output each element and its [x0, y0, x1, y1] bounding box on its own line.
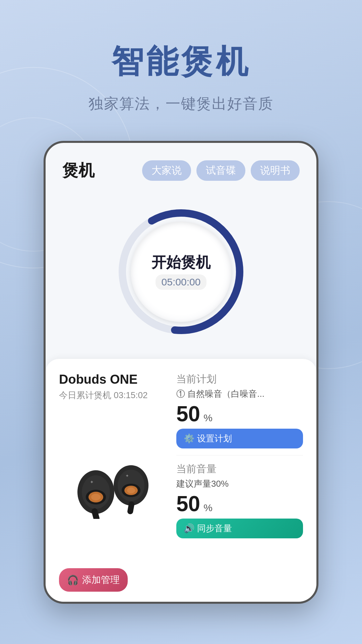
speaker-icon: 🔊	[184, 523, 194, 534]
svg-point-4	[91, 494, 101, 500]
sync-label: 同步音量	[197, 523, 232, 534]
circle-progress-area[interactable]: 开始煲机 05:00:00	[46, 188, 316, 352]
gear-icon: ⚙️	[184, 433, 194, 444]
circle-container[interactable]: 开始煲机 05:00:00	[111, 201, 251, 342]
svg-text:✦: ✦	[125, 473, 129, 478]
bottom-card: Dobuds ONE 今日累计煲机 03:15:02	[46, 359, 316, 602]
add-manage-label: 添加管理	[82, 574, 120, 586]
set-plan-button[interactable]: ⚙️ 设置计划	[176, 429, 303, 448]
volume-section-title: 当前音量	[176, 462, 303, 476]
volume-percentage-row: 50 %	[176, 493, 303, 515]
header-tags: 大家说 试音碟 说明书	[142, 160, 300, 181]
device-name: Dobuds ONE	[59, 372, 166, 387]
tag-shuo-ming-shu[interactable]: 说明书	[251, 160, 300, 181]
circle-start-text: 开始煲机	[152, 254, 210, 271]
earbuds-image: ✦ ✦	[69, 452, 156, 519]
plan-percent-sign: %	[203, 412, 213, 424]
card-row: Dobuds ONE 今日累计煲机 03:15:02	[59, 372, 303, 592]
volume-percent-sign: %	[203, 502, 213, 514]
volume-sub-label: 建议声量30%	[176, 478, 303, 490]
device-panel: Dobuds ONE 今日累计煲机 03:15:02	[59, 372, 166, 592]
circle-inner[interactable]: 开始煲机 05:00:00	[131, 221, 231, 322]
svg-text:✦: ✦	[90, 479, 94, 485]
current-plan-section: 当前计划 ① 自然噪音（白噪音... 50 % ⚙️ 设置计划	[176, 372, 303, 455]
sync-volume-button[interactable]: 🔊 同步音量	[176, 519, 303, 538]
plan-section-title: 当前计划	[176, 372, 303, 386]
phone-header: 煲机 大家说 试音碟 说明书	[46, 143, 316, 188]
phone-mockup: 煲机 大家说 试音碟 说明书 开始煲机 05:00:00	[44, 141, 318, 604]
volume-section: 当前音量 建议声量30% 50 % 🔊 同步音量	[176, 462, 303, 592]
phone-inner: 煲机 大家说 试音碟 说明书 开始煲机 05:00:00	[46, 143, 316, 602]
device-stats: 今日累计煲机 03:15:02	[59, 389, 166, 401]
phone-screen-title: 煲机	[62, 160, 95, 181]
plan-panel: 当前计划 ① 自然噪音（白噪音... 50 % ⚙️ 设置计划 当前	[176, 372, 303, 592]
headphones-icon: 🎧	[67, 575, 79, 586]
set-plan-label: 设置计划	[197, 433, 232, 444]
circle-timer: 05:00:00	[156, 274, 207, 290]
volume-percentage: 50	[176, 493, 200, 515]
device-image-area: ✦ ✦	[59, 408, 166, 563]
plan-percentage: 50	[176, 403, 200, 425]
svg-point-10	[127, 487, 135, 493]
add-manage-button[interactable]: 🎧 添加管理	[59, 568, 128, 592]
tag-dajia-shuo[interactable]: 大家说	[142, 160, 191, 181]
plan-item: ① 自然噪音（白噪音...	[176, 388, 303, 400]
plan-percentage-row: 50 %	[176, 403, 303, 425]
